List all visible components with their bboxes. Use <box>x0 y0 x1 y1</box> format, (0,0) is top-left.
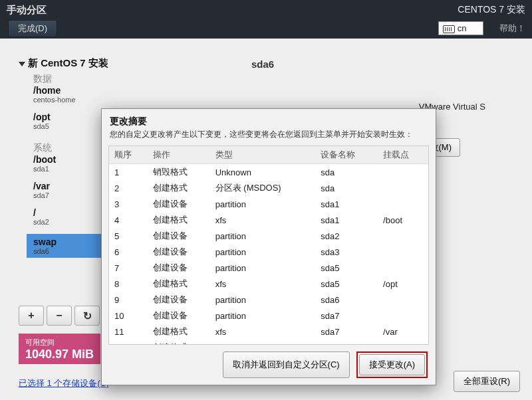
cell-mount <box>378 260 428 276</box>
col-type[interactable]: 类型 <box>210 146 316 164</box>
table-row[interactable]: 4创建格式xfssda1/boot <box>109 212 428 228</box>
cell-op: 创建设备 <box>148 196 210 212</box>
cell-order: 7 <box>109 260 148 276</box>
cell-order: 6 <box>109 244 148 260</box>
cell-op: 创建格式 <box>148 276 210 292</box>
dialog-subtitle: 您的自定义更改将产生以下变更，这些变更将会在您返回到主菜单并开始安装时生效： <box>102 129 436 146</box>
cell-device: sda1 <box>315 196 378 212</box>
cell-op: 创建设备 <box>148 308 210 324</box>
cell-op: 创建设备 <box>148 228 210 244</box>
col-mount[interactable]: 挂载点 <box>378 146 428 164</box>
mount-path: /opt <box>33 112 106 122</box>
top-bar: 手动分区 完成(D) CENTOS 7 安装 cn 帮助！ <box>0 0 532 39</box>
mount-dev: sda6 <box>33 247 100 255</box>
table-row[interactable]: 10创建设备partitionsda7 <box>109 308 428 324</box>
storage-selected-link[interactable]: 已选择 1 个存储设备(S) <box>19 377 109 389</box>
mount-toolbar: + − ↻ <box>19 306 100 326</box>
changes-table: 顺序 操作 类型 设备名称 挂载点 1销毁格式Unknownsda2创建格式分区… <box>109 146 428 345</box>
table-row[interactable]: 6创建设备partitionsda3 <box>109 244 428 260</box>
chevron-down-icon <box>19 62 25 66</box>
cell-order: 8 <box>109 276 148 292</box>
remove-mount-button[interactable]: − <box>47 306 72 326</box>
mount-entry-opt[interactable]: /opt sda5 <box>33 112 106 130</box>
cell-device: sda6 <box>315 292 378 308</box>
cell-op: 创建格式 <box>148 324 210 340</box>
cell-mount <box>378 228 428 244</box>
mount-entry-var[interactable]: /var sda7 <box>33 181 106 199</box>
cell-type: Unknown <box>210 164 316 181</box>
cell-device: sda3 <box>315 244 378 260</box>
mount-dev: sda5 <box>33 122 106 130</box>
cell-device: sda <box>315 180 378 196</box>
cell-device: sda5 <box>315 276 378 292</box>
available-space-box: 可用空间 1040.97 MiB <box>19 334 100 364</box>
cell-type: partition <box>210 292 316 308</box>
mount-path: /boot <box>33 154 106 165</box>
col-device[interactable]: 设备名称 <box>315 146 378 164</box>
tree-header[interactable]: 新 CentOS 7 安装 <box>19 57 108 70</box>
cell-type: partition <box>210 244 316 260</box>
table-row[interactable]: 5创建设备partitionsda2 <box>109 228 428 244</box>
cell-device: sda7 <box>315 324 378 340</box>
cell-type: partition <box>210 228 316 244</box>
changes-table-wrap: 顺序 操作 类型 设备名称 挂载点 1销毁格式Unknownsda2创建格式分区… <box>108 146 429 345</box>
cell-device: sda6 <box>315 340 378 345</box>
mount-entry-boot[interactable]: /boot sda1 <box>33 154 106 173</box>
table-row[interactable]: 3创建设备partitionsda1 <box>109 196 428 212</box>
table-row[interactable]: 2创建格式分区表 (MSDOS)sda <box>109 180 428 196</box>
table-row[interactable]: 1销毁格式Unknownsda <box>109 164 428 181</box>
cell-op: 销毁格式 <box>148 164 210 181</box>
cell-device: sda2 <box>315 228 378 244</box>
keyboard-layout-selector[interactable]: cn <box>438 21 483 35</box>
mount-entry-swap[interactable]: swap sda6 <box>27 234 106 258</box>
cell-mount <box>378 244 428 260</box>
done-button[interactable]: 完成(D) <box>8 20 57 37</box>
reset-all-button[interactable]: 全部重设(R) <box>454 371 520 392</box>
mount-path: /var <box>33 181 106 191</box>
cell-type: partition <box>210 260 316 276</box>
accept-button[interactable]: 接受更改(A) <box>359 354 425 375</box>
col-op[interactable]: 操作 <box>148 146 210 164</box>
cancel-button[interactable]: 取消并返回到自定义分区(C) <box>223 351 350 378</box>
cell-mount: /var <box>378 324 428 340</box>
table-row[interactable]: 11创建格式xfssda7/var <box>109 324 428 340</box>
cell-order: 11 <box>109 324 148 340</box>
mount-path: / <box>33 207 106 218</box>
cell-mount <box>378 292 428 308</box>
main-area: 新 CentOS 7 安装 数据 /home centos-home /opt … <box>0 39 532 400</box>
table-row[interactable]: 7创建设备partitionsda5 <box>109 260 428 276</box>
mount-dev: centos-home <box>33 96 106 104</box>
cell-order: 3 <box>109 196 148 212</box>
cell-mount <box>378 340 428 345</box>
dialog-title: 更改摘要 <box>102 109 436 129</box>
category-system: 系统 <box>33 142 52 154</box>
cell-order: 1 <box>109 164 148 181</box>
cell-mount: /opt <box>378 276 428 292</box>
keyboard-icon <box>443 25 455 33</box>
cell-order: 5 <box>109 228 148 244</box>
mount-entry-root[interactable]: / sda2 <box>33 207 106 226</box>
cell-device: sda <box>315 164 378 181</box>
mount-entry-home[interactable]: /home centos-home <box>33 85 106 104</box>
install-title: CENTOS 7 安装 <box>438 4 525 16</box>
cell-mount <box>378 308 428 324</box>
cell-type: partition <box>210 196 316 212</box>
reload-button[interactable]: ↻ <box>74 306 100 326</box>
cell-op: 创建格式 <box>148 340 210 345</box>
cell-type: swap <box>210 340 316 345</box>
add-mount-button[interactable]: + <box>19 306 44 326</box>
cell-order: 2 <box>109 180 148 196</box>
table-row[interactable]: 9创建设备partitionsda6 <box>109 292 428 308</box>
table-row[interactable]: 12创建格式swapsda6 <box>109 340 428 345</box>
mount-dev: sda1 <box>33 165 106 173</box>
help-button[interactable]: 帮助！ <box>499 23 525 35</box>
table-row[interactable]: 8创建格式xfssda5/opt <box>109 276 428 292</box>
category-data: 数据 <box>33 73 52 85</box>
cell-device: sda5 <box>315 260 378 276</box>
cell-order: 12 <box>109 340 148 345</box>
col-order[interactable]: 顺序 <box>109 146 148 164</box>
cell-op: 创建格式 <box>148 180 210 196</box>
cell-op: 创建格式 <box>148 212 210 228</box>
keyboard-label: cn <box>458 23 467 33</box>
cell-type: xfs <box>210 276 316 292</box>
